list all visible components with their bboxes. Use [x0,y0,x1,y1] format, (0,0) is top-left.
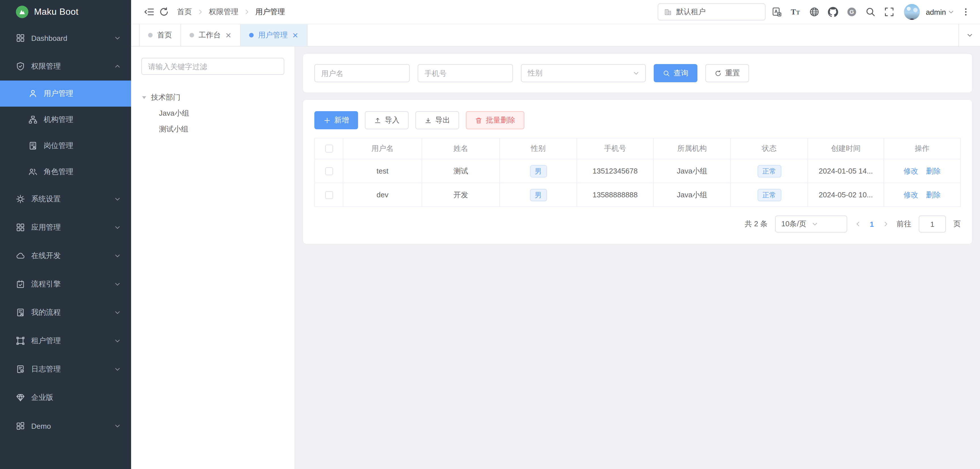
tab-user-management[interactable]: 用户管理 ✕ [240,24,307,46]
col-username: 用户名 [343,138,422,159]
sidebar-item-system-settings[interactable]: 系统设置 [0,185,131,213]
svg-text:T: T [791,8,795,16]
select-all-checkbox[interactable] [325,144,333,152]
page-size-select[interactable]: 10条/页 [775,215,847,233]
batch-delete-button[interactable]: 批量删除 [466,111,524,129]
sidebar-item-post-management[interactable]: 岗位管理 [0,133,131,159]
table-toolbar: 新增 导入 导出 批量删除 [314,111,961,129]
gear-icon [16,195,25,204]
sidebar-item-demo[interactable]: Demo [0,412,131,440]
gender-tag: 男 [530,165,547,177]
status-badge: 正常 [757,165,781,177]
sidebar-item-online-dev[interactable]: 在线开发 [0,242,131,270]
cloud-icon [16,251,25,260]
sidebar-item-app-management[interactable]: 应用管理 [0,213,131,242]
breadcrumb-permissions[interactable]: 权限管理 [209,7,238,17]
chevron-down-icon [114,35,121,41]
translate-icon[interactable]: A [769,5,784,19]
tree-node-java-group[interactable]: Java小组 [141,106,284,121]
tree-node-test-group[interactable]: 测试小组 [141,121,284,137]
shield-check-icon [16,62,25,71]
id-card-icon [29,141,37,150]
chevron-right-icon [243,8,250,15]
doc-check-icon [16,364,25,374]
reset-button[interactable]: 重置 [705,64,749,82]
chevron-right-icon [197,8,204,15]
tree-filter-input[interactable] [141,58,284,75]
tabs-dropdown-button[interactable] [958,24,980,46]
gender-filter-select[interactable]: 性别 [521,64,646,82]
gitee-icon[interactable]: G [844,5,859,19]
row-checkbox[interactable] [325,167,333,175]
goto-page-input[interactable] [919,215,946,233]
fullscreen-icon[interactable] [881,5,896,19]
next-page-button[interactable] [882,220,889,227]
user-avatar[interactable] [904,4,920,20]
username: admin [926,8,946,16]
font-size-icon[interactable]: TT [788,5,803,19]
search-icon[interactable] [863,5,878,19]
export-button[interactable]: 导出 [415,111,459,129]
sidebar-menu: Dashboard 权限管理 用户管理 机构管理 岗位管理 [0,24,131,469]
close-icon[interactable]: ✕ [292,32,299,39]
globe-icon[interactable] [807,5,821,19]
sidebar-item-workflow-engine[interactable]: 流程引擎 [0,270,131,298]
chevron-down-icon [948,8,955,15]
delete-link[interactable]: 删除 [926,166,941,175]
sidebar-item-role-management[interactable]: 角色管理 [0,159,131,185]
caret-down-icon[interactable] [141,95,147,100]
chevron-down-icon [114,196,121,203]
chevron-down-icon [114,337,121,344]
username-filter-input[interactable] [314,64,410,82]
sidebar-item-my-workflow[interactable]: 我的流程 [0,298,131,326]
mobile-filter-input[interactable] [418,64,513,82]
chevron-down-icon [114,252,121,259]
sidebar-item-dashboard[interactable]: Dashboard [0,24,131,52]
add-button[interactable]: 新增 [314,111,358,129]
import-button[interactable]: 导入 [365,111,409,129]
sidebar-item-tenant-management[interactable]: 租户管理 [0,326,131,355]
sidebar-item-user-management[interactable]: 用户管理 [0,81,131,107]
app-logo[interactable]: Maku Boot [0,0,131,24]
tab-home[interactable]: 首页 [139,24,181,46]
collapse-sidebar-icon[interactable] [142,5,157,19]
delete-link[interactable]: 删除 [926,190,941,199]
sitemap-icon [29,115,37,124]
svg-text:G: G [849,9,854,15]
user-icon [29,89,37,98]
org-tree-panel: 技术部门 Java小组 测试小组 [131,46,295,469]
table-row: test 测试 男 13512345678 Java小组 正常 2024-01-… [315,159,961,183]
app-window: Maku Boot Dashboard 权限管理 用户管理 机构管理 [0,0,980,469]
grid-icon [16,223,25,232]
user-menu[interactable]: admin [926,8,955,16]
sidebar-item-permissions[interactable]: 权限管理 [0,52,131,81]
row-checkbox[interactable] [325,191,333,199]
search-button[interactable]: 查询 [654,64,697,82]
chevron-down-icon [114,309,121,316]
breadcrumb: 首页 权限管理 用户管理 [177,7,285,17]
edit-link[interactable]: 修改 [904,166,918,175]
more-vertical-icon[interactable] [958,5,973,19]
chevron-down-icon [114,224,121,231]
gender-tag: 男 [530,189,547,201]
table-row: dev 开发 男 13588888888 Java小组 正常 2024-05-0… [315,183,961,207]
refresh-icon[interactable] [157,5,171,19]
sidebar-item-org-management[interactable]: 机构管理 [0,107,131,133]
tenant-select[interactable]: 默认租户 [657,3,765,21]
tab-workbench[interactable]: 工作台 ✕ [181,24,240,46]
col-status: 状态 [730,138,808,159]
total-count: 共 2 条 [745,219,768,229]
edit-link[interactable]: 修改 [904,190,918,199]
chevron-down-icon [633,70,640,76]
sidebar-item-log-management[interactable]: 日志管理 [0,355,131,383]
table-header-row: 用户名 姓名 性别 手机号 所属机构 状态 创建时间 操作 [315,138,961,159]
tree-node-root[interactable]: 技术部门 [141,90,284,106]
prev-page-button[interactable] [854,220,861,227]
close-icon[interactable]: ✕ [225,32,232,39]
breadcrumb-home[interactable]: 首页 [177,7,192,17]
user-table: 用户名 姓名 性别 手机号 所属机构 状态 创建时间 操作 [314,138,961,207]
svg-text:A: A [774,9,777,14]
github-icon[interactable] [826,5,840,19]
current-page[interactable]: 1 [869,220,875,228]
sidebar-item-enterprise[interactable]: 企业版 [0,383,131,412]
